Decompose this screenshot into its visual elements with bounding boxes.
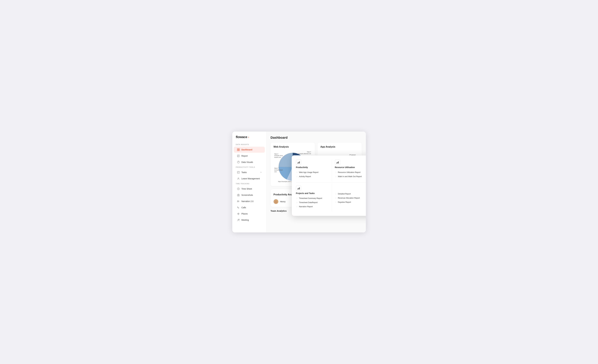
web-pie-label-atlassian: https://example.atlassian.net bbox=[298, 151, 311, 154]
sidebar-item-calls[interactable]: Calls bbox=[234, 204, 265, 210]
star-icon-9[interactable]: ☆ bbox=[335, 197, 337, 199]
sidebar-item-label-leave: Leave Management bbox=[241, 178, 260, 180]
tasks-plus-icon[interactable]: + bbox=[260, 171, 262, 174]
svg-rect-28 bbox=[298, 188, 299, 189]
star-icon-8[interactable]: ☆ bbox=[335, 193, 337, 195]
tasks-icon bbox=[237, 171, 240, 174]
sidebar-item-label-data-visuals: Data Visuals bbox=[241, 161, 253, 163]
narration-icon bbox=[237, 200, 240, 203]
popup-activity-report[interactable]: ☆ Activity Report bbox=[296, 174, 330, 178]
web-pie-label-zoom: https://example.zoom.us bbox=[278, 181, 291, 183]
popup-narration-report[interactable]: ☆ Narration Report bbox=[296, 204, 330, 209]
sidebar: flowace › DATA INSIGHTS Dashboard bbox=[232, 132, 266, 232]
popup-divider bbox=[296, 182, 366, 183]
svg-point-13 bbox=[238, 195, 239, 196]
meeting-icon bbox=[237, 218, 240, 222]
section-label-productivity-tools: PRODUCTIVITY TOOLS bbox=[232, 166, 266, 169]
svg-rect-23 bbox=[299, 161, 300, 163]
popup-top-grid: Productivity ☆ Web App Usage Report ☆ Ac… bbox=[296, 160, 366, 182]
clock-icon bbox=[237, 187, 240, 190]
svg-rect-2 bbox=[237, 150, 238, 151]
popup-narration-report-label: Narration Report bbox=[299, 206, 313, 208]
svg-rect-24 bbox=[336, 162, 337, 163]
popup-walk-in-out-label: Walk In and Walk Out Report bbox=[338, 176, 362, 178]
star-icon-6[interactable]: ☆ bbox=[296, 201, 298, 204]
popup-revenue-allocation-report[interactable]: ☆ Revenue Allocation Report bbox=[335, 196, 366, 200]
sidebar-item-label-meeting: Meeting bbox=[241, 219, 249, 221]
sidebar-item-tasks[interactable]: Tasks + bbox=[234, 170, 265, 175]
app-analysis-title: App Analysis bbox=[320, 146, 359, 148]
sidebar-item-dashboard[interactable]: Dashboard bbox=[234, 147, 265, 153]
svg-rect-12 bbox=[237, 194, 239, 196]
popup-projects-title: Projects and Tasks bbox=[296, 192, 330, 194]
popup-timesheet-summary[interactable]: ☆ Timesheet Summary Report bbox=[296, 196, 330, 200]
web-pie-label-visualstudio: https://example.visualstudio.com bbox=[274, 153, 283, 158]
sidebar-item-label-screenshots: Screenshots bbox=[241, 194, 253, 196]
data-visuals-icon bbox=[237, 161, 240, 164]
report-popup: Productivity ☆ Web App Usage Report ☆ Ac… bbox=[292, 155, 366, 216]
popup-detailed-report-label: Detailed Report bbox=[338, 193, 351, 195]
places-icon bbox=[237, 212, 240, 215]
star-icon-4[interactable]: ☆ bbox=[335, 175, 337, 178]
sidebar-item-label-places: Places bbox=[241, 213, 248, 215]
report-icon bbox=[237, 154, 240, 158]
popup-productivity-icon bbox=[296, 160, 301, 165]
main-content: Dashboard Web Analysis bbox=[266, 132, 366, 232]
sidebar-item-places[interactable]: Places bbox=[234, 211, 265, 217]
svg-rect-0 bbox=[237, 148, 238, 150]
star-icon-3[interactable]: ☆ bbox=[335, 171, 337, 174]
svg-rect-22 bbox=[298, 162, 299, 163]
popup-timesheet-summary-label: Timesheet Summary Report bbox=[299, 197, 322, 199]
svg-rect-1 bbox=[239, 148, 240, 150]
popup-resource-title: Resource Utilisation bbox=[335, 166, 366, 169]
svg-rect-27 bbox=[298, 188, 298, 189]
star-icon-10[interactable]: ☆ bbox=[335, 201, 337, 203]
star-icon-2[interactable]: ☆ bbox=[296, 175, 298, 178]
svg-rect-6 bbox=[238, 156, 239, 156]
popup-timesheet-data-label: Timesheet DataReport bbox=[299, 202, 318, 203]
grid-icon bbox=[237, 148, 240, 151]
sidebar-item-narration[interactable]: Narration 2.0 bbox=[234, 198, 265, 204]
svg-rect-29 bbox=[299, 187, 300, 189]
svg-rect-21 bbox=[298, 162, 298, 163]
sidebar-item-report[interactable]: Report bbox=[234, 153, 265, 159]
sidebar-item-label-tasks: Tasks bbox=[241, 171, 247, 174]
calls-icon bbox=[237, 206, 240, 209]
popup-detailed-report[interactable]: ☆ Detailed Report bbox=[335, 192, 366, 196]
page-title: Dashboard bbox=[271, 136, 362, 140]
sidebar-item-time-sheet[interactable]: Time Sheet bbox=[234, 186, 265, 192]
svg-rect-3 bbox=[239, 150, 240, 151]
popup-web-app-usage-report[interactable]: ☆ Web App Usage Report bbox=[296, 170, 330, 174]
svg-rect-26 bbox=[338, 161, 339, 163]
popup-productivity-title: Productivity bbox=[296, 166, 330, 169]
svg-rect-7 bbox=[238, 156, 238, 157]
popup-projects-icon bbox=[296, 186, 301, 191]
star-icon-1[interactable]: ☆ bbox=[296, 171, 298, 174]
web-analysis-title: Web Analysis bbox=[274, 146, 312, 148]
popup-walk-in-out-report[interactable]: ☆ Walk In and Walk Out Report bbox=[335, 174, 366, 178]
web-pie-label-slack: https://example.slack.com bbox=[274, 168, 283, 173]
popup-resource-util-label: Resource Utilization Report bbox=[338, 171, 360, 173]
sidebar-item-leave-management[interactable]: Leave Management bbox=[234, 176, 265, 182]
logo-arrow-icon: › bbox=[248, 136, 249, 139]
sidebar-item-meeting[interactable]: Meeting bbox=[234, 217, 265, 223]
sidebar-item-label-report: Report bbox=[241, 155, 248, 157]
sidebar-item-label-calls: Calls bbox=[241, 206, 246, 209]
popup-resource-utilization-report[interactable]: ☆ Resource Utilization Report bbox=[335, 170, 366, 174]
user-avatar bbox=[274, 199, 278, 204]
logo: flowace › bbox=[232, 135, 266, 143]
popup-web-app-usage-label: Web App Usage Report bbox=[299, 171, 318, 173]
sidebar-item-screenshots[interactable]: Screenshots bbox=[234, 192, 265, 198]
popup-timesheet-datareport[interactable]: ☆ Timesheet DataReport bbox=[296, 200, 330, 204]
popup-projects-tasks-section: Projects and Tasks ☆ Timesheet Summary R… bbox=[296, 184, 332, 212]
popup-resource-icon bbox=[335, 160, 340, 165]
svg-rect-5 bbox=[238, 155, 239, 156]
popup-daywise-report[interactable]: ☆ Daywise Report bbox=[335, 200, 366, 204]
popup-daywise-label: Daywise Report bbox=[338, 201, 351, 203]
sidebar-item-data-visuals[interactable]: Data Visuals bbox=[234, 159, 265, 165]
popup-bottom-grid: Projects and Tasks ☆ Timesheet Summary R… bbox=[296, 184, 366, 212]
sidebar-item-label-narration: Narration 2.0 bbox=[241, 200, 254, 202]
star-icon-5[interactable]: ☆ bbox=[296, 197, 298, 200]
section-label-data-insights: DATA INSIGHTS bbox=[232, 144, 266, 146]
star-icon-7[interactable]: ☆ bbox=[296, 205, 298, 208]
